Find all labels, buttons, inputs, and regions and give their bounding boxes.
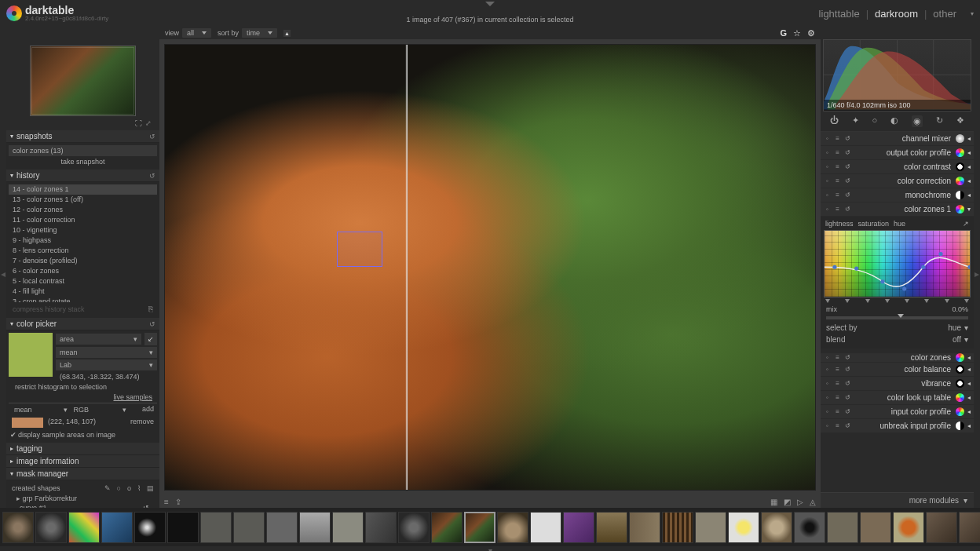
module-enable-icon[interactable]: ◦ xyxy=(824,422,831,429)
module-expand-icon[interactable]: ◂ xyxy=(967,135,971,142)
tab-darkroom[interactable]: darkroom xyxy=(875,8,918,20)
filmstrip-item[interactable] xyxy=(365,512,397,543)
module-row[interactable]: ◦≡↺vibrance◂ xyxy=(821,377,974,391)
history-item[interactable]: 5 - local contrast xyxy=(9,276,157,286)
filmstrip-item[interactable] xyxy=(200,512,232,543)
module-multi-icon[interactable]: ≡ xyxy=(834,177,841,184)
module-row[interactable]: ◦≡↺color balance◂ xyxy=(821,363,974,377)
module-reset-icon[interactable]: ↺ xyxy=(844,380,851,387)
module-enable-icon[interactable]: ◦ xyxy=(824,149,831,156)
add-sample-button[interactable]: add xyxy=(130,405,154,414)
selectby-dropdown[interactable]: hue ▾ xyxy=(948,323,968,332)
sort-direction-button[interactable]: ▲ xyxy=(283,30,291,37)
filmstrip[interactable] xyxy=(0,508,980,546)
mask-group-item[interactable]: ▸ grp Farbkorrektur xyxy=(9,494,157,503)
module-reset-icon[interactable]: ↺ xyxy=(844,163,851,170)
toolbar-g-button[interactable]: G xyxy=(780,28,787,38)
module-enable-icon[interactable]: ◦ xyxy=(824,380,831,387)
module-enable-icon[interactable]: ◦ xyxy=(824,163,831,170)
picker-mode-dropdown[interactable]: area▾ xyxy=(56,334,141,345)
module-expand-icon[interactable]: ◂ xyxy=(967,366,971,373)
collapse-bottom-icon[interactable]: ▾ xyxy=(0,546,980,551)
module-row[interactable]: ◦≡↺color contrast◂ xyxy=(821,160,974,174)
history-item[interactable]: 9 - highpass xyxy=(9,235,157,246)
history-item[interactable]: 11 - color correction xyxy=(9,215,157,225)
remove-sample-button[interactable]: remove xyxy=(130,418,154,428)
module-enable-icon[interactable]: ◦ xyxy=(824,135,831,142)
module-multi-icon[interactable]: ≡ xyxy=(834,366,841,373)
power-icon[interactable]: ⏻ xyxy=(830,115,839,127)
history-item[interactable]: 13 - color zones 1 (off) xyxy=(9,195,157,205)
quick-access-icon[interactable]: ≡ xyxy=(164,498,169,506)
module-expand-icon[interactable]: ▾ xyxy=(967,206,971,213)
tab-lighttable[interactable]: lighttable xyxy=(819,8,860,20)
module-row[interactable]: ◦≡↺unbreak input profile◂ xyxy=(821,419,974,433)
picker-stat-dropdown[interactable]: mean▾ xyxy=(56,347,157,358)
filmstrip-item[interactable] xyxy=(266,512,298,543)
module-row[interactable]: ◦≡↺output color profile◂ xyxy=(821,146,974,160)
path-icon[interactable]: ⌇ xyxy=(137,484,141,492)
module-multi-icon[interactable]: ≡ xyxy=(834,192,841,199)
module-enable-icon[interactable]: ◦ xyxy=(824,354,831,361)
toolbar-gear-icon[interactable]: ⚙ xyxy=(807,28,815,38)
module-multi-icon[interactable]: ≡ xyxy=(834,408,841,415)
filmstrip-item[interactable] xyxy=(233,512,265,543)
mix-slider[interactable] xyxy=(826,316,968,319)
filmstrip-item[interactable] xyxy=(926,512,957,543)
snapshot-split-line[interactable] xyxy=(407,44,408,491)
reset-icon[interactable]: ↺ xyxy=(149,133,155,140)
module-multi-icon[interactable]: ≡ xyxy=(834,394,841,401)
filmstrip-item[interactable] xyxy=(695,512,726,543)
sample-model-dropdown[interactable]: RGB▾ xyxy=(71,405,130,414)
view-dropdown[interactable]: all xyxy=(182,28,211,38)
more-modules-button[interactable]: more modules▾ xyxy=(821,492,974,508)
circle-icon[interactable]: ○ xyxy=(117,484,121,492)
ellipse-icon[interactable]: o xyxy=(127,484,131,492)
module-reset-icon[interactable]: ↺ xyxy=(844,408,851,415)
history-item[interactable]: 12 - color zones xyxy=(9,205,157,215)
module-row[interactable]: ◦≡↺channel mixer◂ xyxy=(821,132,974,146)
gradient-icon[interactable]: ▤ xyxy=(147,484,154,492)
live-samples-label[interactable]: live samples xyxy=(9,392,157,403)
filmstrip-item[interactable] xyxy=(893,512,924,543)
tagging-header[interactable]: ▸tagging xyxy=(6,443,159,455)
nav-arrows-icon[interactable]: ⤢ xyxy=(145,119,152,127)
histogram[interactable]: 1/640 f/4.0 102mm iso 100 xyxy=(823,39,971,111)
module-enable-icon[interactable]: ◦ xyxy=(824,366,831,373)
softproof-icon[interactable]: ▷ xyxy=(797,498,803,506)
module-multi-icon[interactable]: ≡ xyxy=(834,206,841,213)
history-item[interactable]: 10 - vignetting xyxy=(9,225,157,235)
module-expand-icon[interactable]: ◂ xyxy=(967,422,971,429)
module-enable-icon[interactable]: ◦ xyxy=(824,206,831,213)
filmstrip-item[interactable] xyxy=(563,512,594,543)
nav-fit-icon[interactable]: ⛶ xyxy=(135,119,142,127)
filmstrip-item[interactable] xyxy=(629,512,660,543)
color-picker-header[interactable]: ▾color picker↺ xyxy=(6,318,159,330)
module-row[interactable]: ◦≡↺monochrome◂ xyxy=(821,188,974,203)
tab-other[interactable]: other xyxy=(933,8,956,20)
filmstrip-item[interactable] xyxy=(299,512,331,543)
filmstrip-item[interactable] xyxy=(68,512,100,543)
module-row[interactable]: ◦≡↺color zones 1▾ xyxy=(821,203,974,217)
filmstrip-item[interactable] xyxy=(35,512,67,543)
module-multi-icon[interactable]: ≡ xyxy=(834,354,841,361)
collapse-top-icon[interactable] xyxy=(485,2,495,6)
picker-model-dropdown[interactable]: Lab▾ xyxy=(56,359,157,370)
image-canvas[interactable] xyxy=(164,44,816,491)
module-enable-icon[interactable]: ◦ xyxy=(824,192,831,199)
module-reset-icon[interactable]: ↺ xyxy=(844,206,851,213)
history-item[interactable]: 3 - crop and rotate xyxy=(9,297,157,302)
sort-dropdown[interactable]: time xyxy=(242,28,277,38)
module-multi-icon[interactable]: ≡ xyxy=(834,380,841,387)
filmstrip-item[interactable] xyxy=(497,512,528,543)
history-item[interactable]: 14 - color zones 1 xyxy=(9,184,157,195)
filmstrip-item[interactable] xyxy=(530,512,561,543)
reset-icon[interactable]: ↺ xyxy=(149,172,155,180)
filmstrip-item[interactable] xyxy=(860,512,891,543)
brush-icon[interactable]: ✎ xyxy=(104,484,111,492)
cz-picker-icon[interactable]: ↗ xyxy=(963,220,969,228)
filmstrip-item[interactable] xyxy=(101,512,133,543)
module-enable-icon[interactable]: ◦ xyxy=(824,408,831,415)
cz-tab-lightness[interactable]: lightness xyxy=(825,220,854,228)
filmstrip-item[interactable] xyxy=(167,512,199,543)
